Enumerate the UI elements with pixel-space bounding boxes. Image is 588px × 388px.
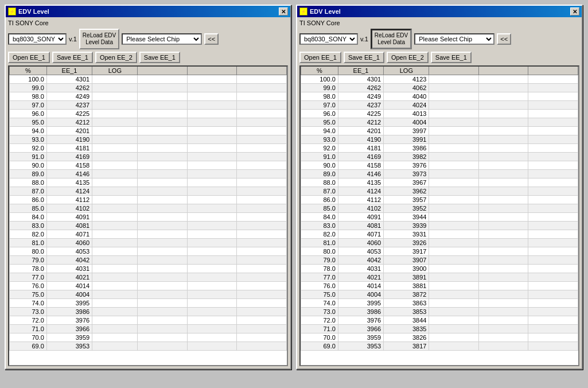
table-scroll-2[interactable]: % EE_1 LOG 100.04301412399.04262406298.0… <box>301 67 578 365</box>
save-ee1b-button-1[interactable]: Save EE_1 <box>139 52 180 63</box>
table-row: 76.040143881 <box>301 282 578 290</box>
double-arrow-button-1[interactable]: << <box>204 33 219 45</box>
table-row: 69.039533817 <box>301 342 578 351</box>
table-row: 99.042624062 <box>301 84 578 92</box>
title-bar-2: ⚡ EDV Level ✕ <box>297 6 582 17</box>
table-container-2: % EE_1 LOG 100.04301412399.04262406298.0… <box>299 65 579 366</box>
table-row: 73.03986 <box>10 308 287 316</box>
table-row: 87.041243962 <box>301 187 578 196</box>
open-ee1-button-2[interactable]: Open EE_1 <box>299 52 341 63</box>
table-row: 94.042013997 <box>301 127 578 135</box>
toolbar-row2-w1: bq8030_SONY v.1 ReLoad EDVLevel Data Ple… <box>8 29 288 49</box>
table-row: 80.040533917 <box>301 247 578 256</box>
table-scroll-1[interactable]: % EE_1 LOG 100.0430199.0426298.0424997.0… <box>9 67 287 365</box>
table-row: 88.041353967 <box>301 179 578 187</box>
reload-button-2[interactable]: ReLoad EDVLevel Data <box>371 29 412 49</box>
table-row: 87.04124 <box>10 187 287 196</box>
open-ee2-button-1[interactable]: Open EE_2 <box>95 52 137 63</box>
col-header-log-2: LOG <box>384 67 429 75</box>
table-row: 73.039863853 <box>301 308 578 316</box>
window-title-2: EDV Level <box>310 8 341 15</box>
table-row: 74.039953863 <box>301 299 578 308</box>
table-row: 84.04091 <box>10 213 287 222</box>
table-row: 99.04262 <box>10 84 287 92</box>
close-button-1[interactable]: ✕ <box>279 7 288 15</box>
table-row: 78.040313900 <box>301 265 578 273</box>
col-header-e3-2 <box>528 67 578 75</box>
table-row: 80.04053 <box>10 247 287 256</box>
toolbar-row2-w2: bq8030_SONY v.1 ReLoad EDVLevel Data Ple… <box>299 29 579 49</box>
open-ee1-button-1[interactable]: Open EE_1 <box>8 52 50 63</box>
window-body-2: TI SONY Core bq8030_SONY v.1 ReLoad EDVL… <box>297 17 582 368</box>
table-row: 82.040713931 <box>301 230 578 239</box>
toolbar-row1-w2: TI SONY Core <box>299 20 579 26</box>
double-arrow-button-2[interactable]: << <box>497 33 511 45</box>
version-label-1: v.1 <box>69 36 77 42</box>
table-row: 75.04004 <box>10 290 287 299</box>
table-row: 86.04112 <box>10 196 287 204</box>
window-icon-1: ⚡ <box>8 7 16 15</box>
chip-select-1[interactable]: Please Select Chip <box>122 33 202 45</box>
window-icon-2: ⚡ <box>299 7 307 15</box>
data-table-2: % EE_1 LOG 100.04301412399.04262406298.0… <box>301 67 578 351</box>
table-row: 72.039763844 <box>301 316 578 325</box>
table-row: 94.04201 <box>10 127 287 135</box>
table-row: 90.041583976 <box>301 161 578 170</box>
window1: ⚡ EDV Level ✕ TI SONY Core bq8030_SONY v… <box>5 5 291 370</box>
table-row: 78.04031 <box>10 265 287 273</box>
table-row: 92.041813986 <box>301 144 578 153</box>
save-ee1b-button-2[interactable]: Save EE_1 <box>431 52 472 63</box>
table-row: 77.040213891 <box>301 273 578 282</box>
table-row: 70.03959 <box>10 333 287 342</box>
col-header-ee1-1: EE_1 <box>46 67 92 75</box>
table-row: 96.042254013 <box>301 110 578 118</box>
table-row: 71.039663835 <box>301 325 578 333</box>
table-row: 76.04014 <box>10 282 287 290</box>
table-row: 97.042374024 <box>301 101 578 110</box>
table-row: 95.042124004 <box>301 118 578 127</box>
save-ee1-button-1[interactable]: Save EE_1 <box>52 52 93 63</box>
col-header-log-1: LOG <box>92 67 138 75</box>
col-header-e3-1 <box>237 67 287 75</box>
table-row: 72.03976 <box>10 316 287 325</box>
table-row: 85.041023952 <box>301 204 578 213</box>
table-row: 81.040603926 <box>301 239 578 247</box>
open-ee2-button-2[interactable]: Open EE_2 <box>387 52 429 63</box>
col-header-e2-2 <box>478 67 528 75</box>
core-label-2: TI SONY Core <box>299 20 340 26</box>
toolbar-row3-w1: Open EE_1 Save EE_1 Open EE_2 Save EE_1 <box>8 52 288 63</box>
table-row: 89.041463973 <box>301 170 578 179</box>
core-label-1: TI SONY Core <box>8 20 49 26</box>
table-row: 84.040913944 <box>301 213 578 222</box>
table-row: 93.041903991 <box>301 135 578 144</box>
table-row: 95.04212 <box>10 118 287 127</box>
title-bar-1: ⚡ EDV Level ✕ <box>6 6 290 17</box>
table-row: 71.03966 <box>10 325 287 333</box>
table-row: 82.04071 <box>10 230 287 239</box>
table-row: 93.04190 <box>10 135 287 144</box>
chip-select-2[interactable]: Please Select Chip <box>414 33 494 45</box>
table-row: 92.04181 <box>10 144 287 153</box>
toolbar-row3-w2: Open EE_1 Save EE_1 Open EE_2 Save EE_1 <box>299 52 579 63</box>
table-row: 86.041123957 <box>301 196 578 204</box>
col-header-pct-1: % <box>10 67 47 75</box>
table-row: 100.043014123 <box>301 75 578 84</box>
col-header-ee1-2: EE_1 <box>338 67 383 75</box>
close-button-2[interactable]: ✕ <box>570 7 579 15</box>
table-row: 96.04225 <box>10 110 287 118</box>
col-header-e1-1 <box>138 67 188 75</box>
chip-model-select-2[interactable]: bq8030_SONY <box>299 33 358 45</box>
chip-model-select-1[interactable]: bq8030_SONY <box>8 33 67 45</box>
table-row: 85.04102 <box>10 204 287 213</box>
table-row: 91.041693982 <box>301 153 578 161</box>
table-row: 79.040423907 <box>301 256 578 265</box>
table-row: 90.04158 <box>10 161 287 170</box>
table-row: 74.03995 <box>10 299 287 308</box>
reload-button-1[interactable]: ReLoad EDVLevel Data <box>79 29 119 49</box>
window-title-1: EDV Level <box>18 8 49 15</box>
table-row: 75.040043872 <box>301 290 578 299</box>
save-ee1-button-2[interactable]: Save EE_1 <box>344 52 384 63</box>
table-row: 79.04042 <box>10 256 287 265</box>
table-row: 83.040813939 <box>301 222 578 230</box>
col-header-e1-2 <box>429 67 479 75</box>
